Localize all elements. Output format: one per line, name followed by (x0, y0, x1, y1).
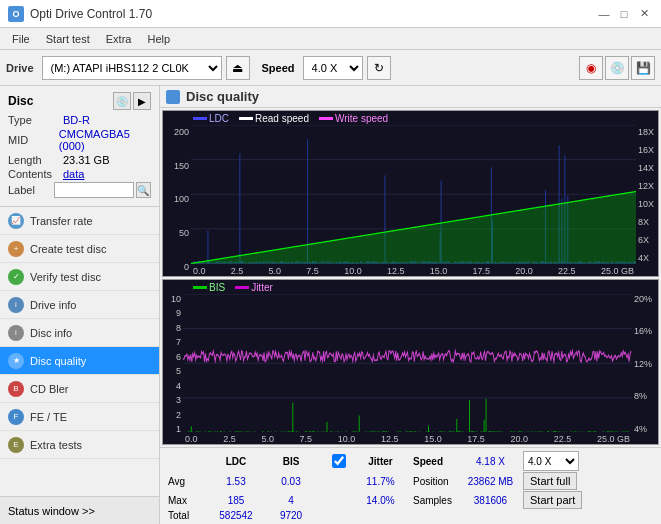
svg-rect-572 (415, 431, 416, 432)
svg-rect-565 (406, 431, 407, 432)
mid-value: CMCMAGBA5 (000) (59, 128, 151, 152)
svg-rect-614 (498, 431, 499, 432)
label-input[interactable] (54, 182, 134, 198)
bis-col-header: BIS (266, 456, 316, 467)
color-button[interactable]: ◉ (579, 56, 603, 80)
length-label: Length (8, 154, 63, 166)
sidebar-item-disc-quality[interactable]: ★ Disc quality (0, 347, 159, 375)
svg-rect-551 (371, 431, 372, 432)
svg-rect-659 (594, 431, 595, 432)
maximize-button[interactable]: □ (615, 5, 633, 23)
svg-rect-574 (426, 431, 427, 432)
disc-button[interactable]: 💿 (605, 56, 629, 80)
disc-icon-btn1[interactable]: 💿 (113, 92, 131, 110)
svg-rect-643 (559, 431, 560, 432)
svg-rect-650 (575, 431, 576, 432)
svg-rect-671 (621, 431, 622, 432)
create-test-icon: + (8, 241, 24, 257)
start-full-button[interactable]: Start full (523, 472, 577, 490)
svg-rect-537 (330, 431, 331, 432)
svg-rect-653 (583, 431, 584, 432)
svg-rect-563 (399, 431, 400, 432)
start-part-button[interactable]: Start part (523, 491, 582, 509)
total-label: Total (168, 510, 206, 521)
menu-file[interactable]: File (4, 31, 38, 47)
app-title: Opti Drive Control 1.70 (30, 7, 152, 21)
eject-button[interactable]: ⏏ (226, 56, 250, 80)
refresh-button[interactable]: ↻ (367, 56, 391, 80)
svg-rect-635 (547, 431, 548, 432)
svg-rect-481 (208, 431, 209, 432)
disc-icon-btn2[interactable]: ▶ (133, 92, 151, 110)
svg-rect-597 (471, 431, 472, 432)
svg-rect-670 (617, 431, 618, 432)
svg-rect-673 (625, 431, 626, 432)
svg-rect-555 (378, 431, 379, 432)
sidebar-item-drive-info[interactable]: i Drive info (0, 291, 159, 319)
svg-rect-519 (294, 431, 295, 432)
svg-rect-550 (369, 431, 370, 432)
svg-rect-543 (353, 431, 354, 432)
svg-rect-545 (355, 431, 356, 432)
svg-rect-603 (483, 431, 484, 432)
stats-total-row: Total 582542 9720 (168, 510, 653, 521)
svg-rect-509 (281, 431, 282, 432)
svg-rect-511 (285, 431, 286, 432)
svg-rect-575 (428, 425, 429, 432)
avg-bis: 0.03 (266, 476, 316, 487)
svg-rect-562 (397, 431, 398, 432)
close-button[interactable]: ✕ (635, 5, 653, 23)
menu-extra[interactable]: Extra (98, 31, 140, 47)
sidebar-item-extra-tests[interactable]: E Extra tests (0, 431, 159, 459)
save-button[interactable]: 💾 (631, 56, 655, 80)
svg-rect-634 (542, 431, 543, 432)
svg-rect-518 (293, 431, 294, 432)
contents-value[interactable]: data (63, 168, 84, 180)
svg-rect-504 (263, 431, 264, 432)
svg-rect-656 (589, 431, 590, 432)
disc-info-label: Disc info (30, 327, 72, 339)
sidebar-item-verify-test-disc[interactable]: ✓ Verify test disc (0, 263, 159, 291)
svg-rect-556 (380, 431, 381, 432)
sidebar-item-create-test-disc[interactable]: + Create test disc (0, 235, 159, 263)
sidebar-item-cd-bler[interactable]: B CD Bler (0, 375, 159, 403)
svg-rect-536 (326, 421, 327, 432)
speed-col-val: 4.18 X (458, 456, 523, 467)
svg-rect-592 (460, 431, 461, 432)
label-button[interactable]: 🔍 (136, 182, 151, 198)
speed-select[interactable]: 4.0 X 8.0 X (303, 56, 363, 80)
extra-tests-label: Extra tests (30, 439, 82, 451)
sidebar-item-disc-info[interactable]: i Disc info (0, 319, 159, 347)
total-ldc: 582542 (206, 510, 266, 521)
avg-ldc: 1.53 (206, 476, 266, 487)
position-label: Position (413, 476, 458, 487)
sidebar-item-transfer-rate[interactable]: 📈 Transfer rate (0, 207, 159, 235)
svg-rect-640 (555, 431, 556, 432)
sidebar-item-fe-te[interactable]: F FE / TE (0, 403, 159, 431)
samples-label: Samples (413, 495, 458, 506)
svg-rect-491 (231, 431, 232, 432)
svg-rect-482 (209, 431, 210, 432)
svg-rect-590 (458, 431, 459, 432)
svg-rect-558 (383, 431, 384, 432)
svg-rect-646 (567, 431, 568, 432)
svg-rect-583 (448, 431, 449, 432)
speed-mode-select[interactable]: 4.0 X (523, 451, 579, 471)
stats-panel: LDC BIS Jitter Speed 4.18 X 4.0 X Avg 1.… (160, 447, 661, 524)
svg-rect-606 (489, 431, 490, 432)
svg-rect-501 (250, 431, 251, 432)
svg-rect-478 (200, 431, 201, 432)
length-value: 23.31 GB (63, 154, 109, 166)
svg-rect-661 (597, 431, 598, 432)
jitter-checkbox[interactable] (332, 454, 346, 468)
svg-rect-612 (496, 431, 497, 432)
titlebar-left: O Opti Drive Control 1.70 (8, 6, 152, 22)
menu-help[interactable]: Help (139, 31, 178, 47)
status-window[interactable]: Status window >> (0, 496, 159, 524)
menu-start-test[interactable]: Start test (38, 31, 98, 47)
svg-rect-668 (613, 431, 614, 432)
svg-rect-471 (188, 431, 189, 432)
minimize-button[interactable]: — (595, 5, 613, 23)
drive-select[interactable]: (M:) ATAPI iHBS112 2 CL0K (42, 56, 222, 80)
svg-rect-549 (368, 431, 369, 432)
